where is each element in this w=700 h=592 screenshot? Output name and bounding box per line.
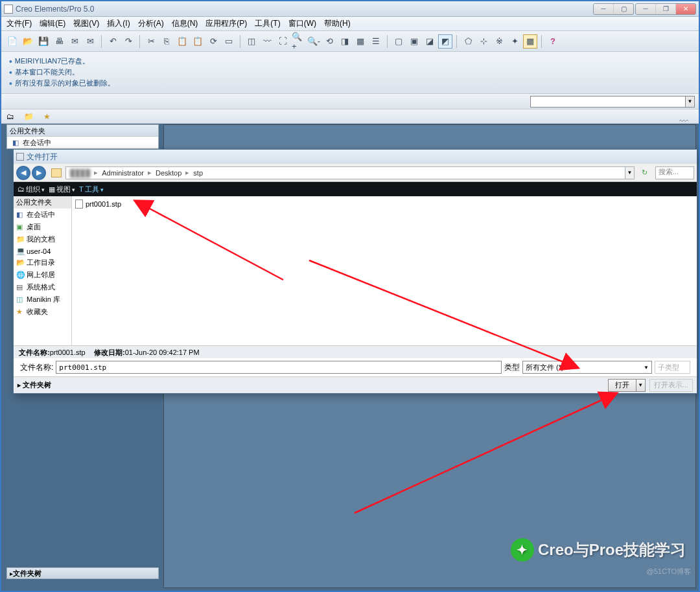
folder-icon[interactable] bbox=[51, 168, 62, 177]
nav-forward-icon[interactable]: ▶ bbox=[32, 166, 46, 180]
sidebar-item-session[interactable]: ◧ 在会话中 bbox=[7, 137, 158, 148]
menu-insert[interactable]: 插入(I) bbox=[107, 18, 130, 29]
sb-docs[interactable]: 📁我的文档 bbox=[14, 233, 71, 245]
wire-icon[interactable]: ▢ bbox=[391, 34, 406, 49]
new-icon[interactable]: 📄 bbox=[5, 34, 19, 49]
menu-help[interactable]: 帮助(H) bbox=[324, 18, 351, 29]
close-button[interactable]: ✕ bbox=[676, 4, 695, 14]
sb-session[interactable]: ◧在会话中 bbox=[14, 209, 71, 221]
filename-input[interactable] bbox=[56, 361, 502, 374]
breadcrumb-part[interactable]: Desktop bbox=[156, 169, 181, 177]
sb-favorites[interactable]: ★收藏夹 bbox=[14, 306, 71, 318]
dialog-body: 公用文件夹 ◧在会话中 ▣桌面 📁我的文档 💻user-04 📂工作目录 🌐网上… bbox=[14, 196, 697, 345]
address-input[interactable] bbox=[530, 96, 686, 108]
menu-app[interactable]: 应用程序(P) bbox=[205, 18, 247, 29]
curve-icon[interactable]: 〰 bbox=[260, 34, 274, 49]
open-button[interactable]: 打开 bbox=[608, 379, 636, 392]
regen-icon[interactable]: ⟳ bbox=[206, 34, 220, 49]
views-icon[interactable]: ▦ bbox=[353, 34, 368, 49]
save-icon[interactable]: 💾 bbox=[36, 34, 51, 49]
subtype-select: 子类型 bbox=[655, 361, 690, 374]
minimize-button[interactable]: ─ bbox=[594, 4, 613, 14]
tools-menu[interactable]: T 工具 ▾ bbox=[79, 185, 104, 194]
dialog-icon bbox=[16, 153, 24, 161]
type-label: 类型 bbox=[504, 362, 520, 373]
mail2-icon[interactable]: ✉ bbox=[83, 34, 97, 49]
dialog-sidebar: 公用文件夹 ◧在会话中 ▣桌面 📁我的文档 💻user-04 📂工作目录 🌐网上… bbox=[14, 196, 72, 345]
annot-icon[interactable]: ▦ bbox=[523, 34, 537, 49]
menu-file[interactable]: 文件(F) bbox=[6, 18, 32, 29]
zoomout-icon[interactable]: 🔍- bbox=[307, 34, 321, 49]
menu-view[interactable]: 视图(V) bbox=[73, 18, 99, 29]
message-line: 所有没有显示的对象已被删除。 bbox=[9, 78, 691, 89]
mail-icon[interactable]: ✉ bbox=[67, 34, 82, 49]
rect-icon[interactable]: ▭ bbox=[222, 34, 236, 49]
restore-button[interactable]: ❐ bbox=[656, 4, 675, 14]
nav-back-icon[interactable]: ◀ bbox=[16, 166, 30, 180]
view-menu[interactable]: ▦ 视图 ▾ bbox=[49, 185, 75, 194]
sb-desktop[interactable]: ▣桌面 bbox=[14, 221, 71, 233]
cut-icon[interactable]: ✂ bbox=[144, 34, 158, 49]
menu-analysis[interactable]: 分析(A) bbox=[138, 18, 164, 29]
manikin-icon: ◫ bbox=[16, 295, 25, 304]
footer-tree-toggle[interactable]: 文件夹树 bbox=[6, 567, 159, 579]
nohidden-icon[interactable]: ◪ bbox=[423, 34, 437, 49]
tab-folder-icon[interactable]: 📁 bbox=[23, 111, 34, 122]
hidden-icon[interactable]: ▣ bbox=[407, 34, 421, 49]
open-icon[interactable]: 📂 bbox=[21, 34, 35, 49]
org-menu[interactable]: 🗂 组织 ▾ bbox=[18, 185, 45, 194]
minimize-button-2[interactable]: ─ bbox=[636, 4, 655, 14]
type-select[interactable]: 所有文件 (*) ▼ bbox=[522, 361, 652, 374]
help-icon[interactable]: ? bbox=[546, 34, 560, 49]
breadcrumb-dropdown-icon[interactable]: ▼ bbox=[625, 166, 635, 179]
dialog-nav: ◀ ▶ ████ ▸ Administrator ▸ Desktop ▸ stp… bbox=[14, 164, 697, 182]
refresh-icon[interactable]: ↻ bbox=[637, 166, 651, 179]
csys-icon[interactable]: ✦ bbox=[508, 34, 522, 49]
sb-workdir[interactable]: 📂工作目录 bbox=[14, 256, 71, 269]
point-icon[interactable]: ※ bbox=[492, 34, 506, 49]
paste-icon[interactable]: 📋 bbox=[175, 34, 189, 49]
maximize-button[interactable]: ▢ bbox=[614, 4, 633, 14]
tree-toggle[interactable]: 文件夹树 bbox=[18, 380, 51, 390]
menu-window[interactable]: 窗口(W) bbox=[288, 18, 316, 29]
layers-icon[interactable]: ☰ bbox=[369, 34, 383, 49]
sb-computer[interactable]: 💻user-04 bbox=[14, 245, 71, 256]
dialog-footer: 文件夹树 打开 ▼ 打开表示... bbox=[14, 376, 697, 393]
workdir-icon: 📂 bbox=[16, 258, 25, 267]
file-list[interactable]: prt0001.stp bbox=[72, 196, 697, 345]
shaded-icon[interactable]: ◩ bbox=[438, 34, 452, 49]
breadcrumb-part[interactable]: Administrator bbox=[102, 169, 144, 177]
sb-network[interactable]: 🌐网上邻居 bbox=[14, 269, 71, 281]
menu-tools[interactable]: 工具(T) bbox=[255, 18, 280, 29]
breadcrumb[interactable]: ████ ▸ Administrator ▸ Desktop ▸ stp bbox=[65, 166, 625, 179]
file-item[interactable]: prt0001.stp bbox=[75, 199, 694, 209]
watermark: ✦ Creo与Proe技能学习 bbox=[511, 538, 686, 562]
tab-star-icon[interactable]: ★ bbox=[41, 111, 52, 122]
open-dropdown-icon[interactable]: ▼ bbox=[636, 379, 646, 392]
message-line: MEIRIYILIAN7已存盘。 bbox=[9, 56, 691, 67]
breadcrumb-part[interactable]: stp bbox=[193, 169, 203, 177]
tab-tree-icon[interactable]: 🗂 bbox=[5, 111, 16, 122]
print-icon[interactable]: 🖶 bbox=[52, 34, 66, 49]
sb-sysformat[interactable]: ▤系统格式 bbox=[14, 281, 71, 293]
zoomin-icon[interactable]: 🔍+ bbox=[291, 34, 305, 49]
axis-icon[interactable]: ⊹ bbox=[476, 34, 491, 49]
orient-icon[interactable]: ◨ bbox=[338, 34, 352, 49]
paste2-icon[interactable]: 📋 bbox=[191, 34, 205, 49]
repaint-icon[interactable]: ⟲ bbox=[322, 34, 336, 49]
sb-manikin[interactable]: ◫Manikin 库 bbox=[14, 293, 71, 306]
file-open-dialog: 文件打开 ◀ ▶ ████ ▸ Administrator ▸ Desktop … bbox=[13, 149, 697, 394]
redo-icon[interactable]: ↷ bbox=[121, 34, 135, 49]
address-dropdown-icon[interactable]: ▼ bbox=[686, 96, 695, 108]
menu-edit[interactable]: 编辑(E) bbox=[40, 18, 65, 29]
dialog-titlebar: 文件打开 bbox=[14, 150, 697, 164]
fit-icon[interactable]: ⛶ bbox=[275, 34, 290, 49]
menu-info[interactable]: 信息(N) bbox=[172, 18, 198, 29]
plane-icon[interactable]: ⬠ bbox=[461, 34, 475, 49]
copy-icon[interactable]: ⎘ bbox=[159, 34, 174, 49]
pane-icon[interactable]: ◫ bbox=[244, 34, 259, 49]
undo-icon[interactable]: ↶ bbox=[106, 34, 120, 49]
window-controls-2: ─ ❐ ✕ bbox=[635, 3, 696, 15]
docs-icon: 📁 bbox=[16, 235, 25, 244]
search-input[interactable]: 搜索... bbox=[655, 166, 694, 179]
